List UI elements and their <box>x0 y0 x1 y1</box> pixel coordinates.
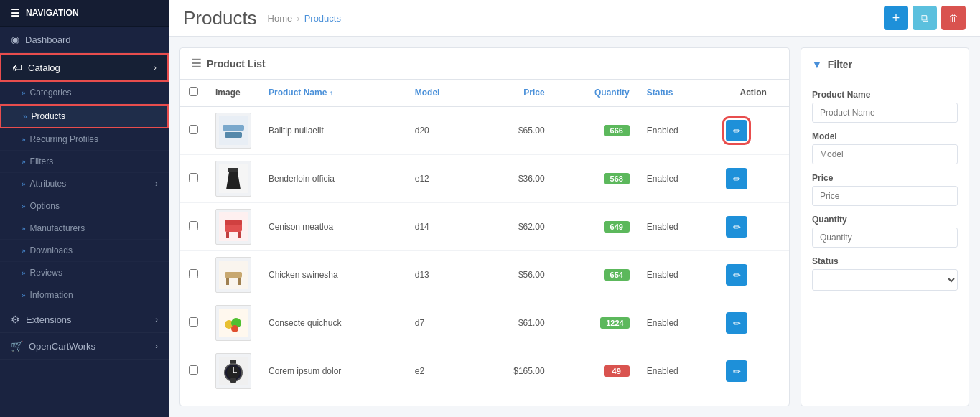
row-checkbox[interactable] <box>189 125 198 134</box>
row-checkbox[interactable] <box>189 221 198 230</box>
filter-input-product-name[interactable] <box>812 103 958 123</box>
product-image <box>215 353 251 389</box>
row-checkbox-cell <box>180 155 207 203</box>
copy-icon: ⧉ <box>921 12 928 24</box>
sidebar-item-products[interactable]: » Products <box>0 104 169 128</box>
product-image <box>215 113 251 149</box>
edit-button[interactable]: ✏ <box>726 168 747 189</box>
sidebar-item-dashboard[interactable]: ◉ Dashboard <box>0 27 169 53</box>
row-status-cell: Enabled <box>638 299 718 347</box>
sidebar-item-options[interactable]: » Options <box>0 195 169 217</box>
filter-header: ▼ Filter <box>812 59 958 78</box>
copy-button[interactable]: ⧉ <box>913 6 937 30</box>
edit-button[interactable]: ✏ <box>726 360 747 382</box>
sidebar-item-manufacturers[interactable]: » Manufacturers <box>0 217 169 240</box>
row-checkbox[interactable] <box>189 173 198 182</box>
product-list-panel: ☰ Product List Image Product Name ↑ <box>179 47 790 406</box>
sidebar-item-attributes[interactable]: » Attributes › <box>0 173 169 195</box>
table-row: Chicken swinesha d13 $56.00 654 Enabled … <box>180 251 789 299</box>
row-checkbox[interactable] <box>189 365 198 375</box>
chevron-right-icon: › <box>155 179 158 189</box>
row-checkbox-cell <box>180 106 207 155</box>
panel-header: ☰ Product List <box>180 48 789 80</box>
arrow-icon: » <box>22 89 26 97</box>
edit-button[interactable]: ✏ <box>726 216 747 238</box>
filter-title: Filter <box>828 59 852 70</box>
row-name-cell: Consecte quichuck <box>260 299 406 347</box>
delete-button[interactable]: 🗑 <box>941 6 966 30</box>
th-model[interactable]: Model <box>406 80 475 106</box>
sidebar-item-attributes-label: Attributes <box>30 179 67 189</box>
product-model: d14 <box>415 222 429 232</box>
sidebar-item-catalog-label: Catalog <box>28 62 60 73</box>
edit-button[interactable]: ✏ <box>726 264 747 286</box>
row-price-cell: $62.00 <box>475 203 554 251</box>
filter-label-price: Price <box>812 173 958 183</box>
row-name-cell: Balltip nullaelit <box>260 106 406 155</box>
add-button[interactable]: + <box>884 6 908 30</box>
sidebar-item-downloads[interactable]: » Downloads <box>0 240 169 262</box>
row-action-cell: ✏ <box>717 251 789 299</box>
svg-rect-13 <box>226 278 229 285</box>
table-row: Consecte quichuck d7 $61.00 1224 Enabled… <box>180 299 789 347</box>
sidebar-item-reviews[interactable]: » Reviews <box>0 262 169 284</box>
pencil-icon: ✏ <box>733 126 741 136</box>
breadcrumb-home: Home <box>268 13 293 24</box>
product-price: $62.00 <box>518 222 545 232</box>
sidebar-item-extensions-label: Extensions <box>26 314 72 325</box>
product-status: Enabled <box>647 222 678 232</box>
filter-input-price[interactable] <box>812 186 958 206</box>
edit-button[interactable]: ✏ <box>726 312 747 334</box>
sidebar-item-categories[interactable]: » Categories <box>0 82 169 104</box>
th-quantity[interactable]: Quantity <box>554 80 638 106</box>
sidebar-header: ☰ NAVIGATION <box>0 0 169 27</box>
breadcrumb: Home › Products <box>268 13 341 24</box>
th-product-name[interactable]: Product Name ↑ <box>260 80 406 106</box>
row-qty-cell: 654 <box>554 251 638 299</box>
row-image-cell <box>207 251 260 299</box>
sidebar-item-information[interactable]: » Information <box>0 284 169 306</box>
sidebar-item-opencartworks[interactable]: 🛒 OpenCartWorks › <box>0 333 169 360</box>
row-qty-cell: 666 <box>554 106 638 155</box>
qty-badge: 568 <box>604 173 630 184</box>
chevron-right-icon: › <box>155 342 158 350</box>
edit-button[interactable]: ✏ <box>726 120 747 141</box>
product-table: Image Product Name ↑ Model Price Quantit… <box>180 80 789 395</box>
row-checkbox[interactable] <box>189 317 198 327</box>
breadcrumb-separator: › <box>297 13 299 24</box>
th-price[interactable]: Price <box>475 80 554 106</box>
row-image-cell <box>207 347 260 395</box>
select-all-checkbox[interactable] <box>189 87 198 96</box>
product-model: d20 <box>415 126 429 136</box>
row-status-cell: Enabled <box>638 155 718 203</box>
row-checkbox[interactable] <box>189 269 198 278</box>
sidebar-item-filters[interactable]: » Filters <box>0 151 169 173</box>
sidebar-item-manufacturers-label: Manufacturers <box>30 223 85 233</box>
chevron-right-icon: › <box>155 315 158 324</box>
product-image <box>215 305 251 341</box>
product-image <box>215 209 251 245</box>
row-price-cell: $65.00 <box>475 106 554 155</box>
sidebar-item-recurring-profiles[interactable]: » Recurring Profiles <box>0 128 169 151</box>
qty-badge: 649 <box>604 221 630 233</box>
row-model-cell: e2 <box>406 347 475 395</box>
pencil-icon: ✏ <box>733 222 741 233</box>
row-image-cell <box>207 299 260 347</box>
sidebar-item-catalog[interactable]: 🏷 Catalog › <box>0 53 169 82</box>
sidebar-item-opencartworks-label: OpenCartWorks <box>29 341 95 352</box>
sidebar-item-extensions[interactable]: ⚙ Extensions › <box>0 306 169 333</box>
sidebar-item-filters-label: Filters <box>30 156 54 167</box>
row-model-cell: e12 <box>406 155 475 203</box>
svg-rect-5 <box>228 168 238 172</box>
row-price-cell: $56.00 <box>475 251 554 299</box>
filter-select-status[interactable]: Enabled Disabled <box>812 269 958 291</box>
filter-input-model[interactable] <box>812 144 958 164</box>
th-status[interactable]: Status <box>638 80 718 106</box>
row-qty-cell: 1224 <box>554 299 638 347</box>
product-model: d7 <box>415 318 424 328</box>
breadcrumb-current[interactable]: Products <box>304 13 341 24</box>
table-row: Cenison meatloa d14 $62.00 649 Enabled ✏ <box>180 203 789 251</box>
product-name: Chicken swinesha <box>269 270 338 280</box>
filter-input-quantity[interactable] <box>812 228 958 248</box>
row-status-cell: Enabled <box>638 251 718 299</box>
